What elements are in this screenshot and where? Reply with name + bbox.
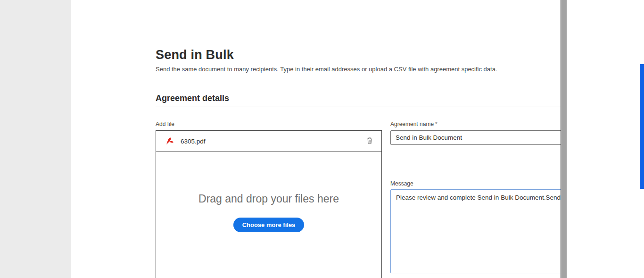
page-title: Send in Bulk — [156, 48, 234, 62]
add-file-label: Add file — [156, 121, 174, 127]
acrobat-pdf-icon — [165, 136, 175, 146]
file-upload-panel: 6305.pdf Drag and drop your files here C… — [156, 130, 382, 278]
uploaded-file-row: 6305.pdf — [156, 131, 381, 152]
delete-file-button[interactable] — [364, 136, 375, 146]
dropzone-text: Drag and drop your files here — [198, 193, 339, 205]
choose-more-files-button[interactable]: Choose more files — [233, 218, 305, 232]
main-content: Send in Bulk Send the same document to m… — [71, 0, 561, 278]
trash-icon — [365, 136, 374, 146]
agreement-name-label: Agreement name* — [390, 121, 438, 127]
required-asterisk: * — [435, 121, 438, 127]
file-name: 6305.pdf — [181, 138, 206, 145]
page-scrollbar[interactable] — [561, 0, 567, 278]
file-dropzone[interactable]: Drag and drop your files here Choose mor… — [156, 152, 381, 232]
section-divider — [156, 107, 615, 107]
agreement-name-label-text: Agreement name — [390, 121, 434, 127]
page-subtitle: Send the same document to many recipient… — [156, 66, 497, 73]
edge-scroll-indicator[interactable] — [640, 64, 644, 189]
message-label: Message — [390, 180, 413, 187]
right-gutter — [567, 0, 644, 278]
section-heading-agreement-details: Agreement details — [156, 93, 229, 103]
